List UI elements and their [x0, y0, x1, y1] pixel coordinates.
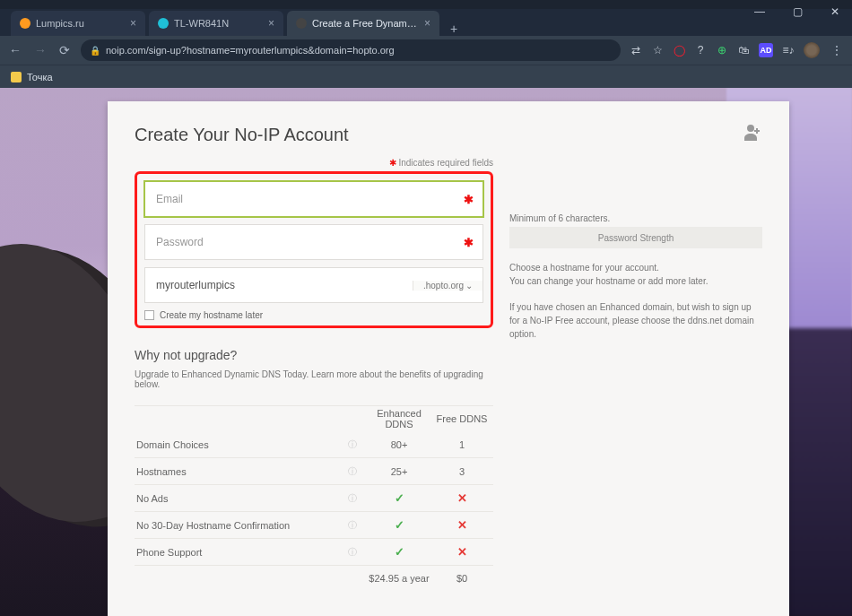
translate-icon[interactable]: ⇄	[630, 44, 642, 56]
table-row: Domain Choicesⓘ80+1	[135, 431, 493, 458]
help-ext-icon[interactable]: ?	[694, 44, 707, 56]
domain-selected: .hopto.org	[423, 281, 464, 291]
page-title: Create Your No-IP Account	[135, 125, 349, 145]
cell-enhanced: ✓	[368, 518, 430, 532]
tab-title: Lumpics.ru	[36, 18, 125, 29]
window-controls: — ▢ ✕	[748, 5, 847, 18]
url-text: noip.com/sign-up?hostname=myrouterlumpic…	[106, 45, 395, 56]
cell-enhanced: 25+	[368, 466, 430, 477]
upgrade-heading: Why not upgrade?	[135, 348, 493, 362]
hostname-hint-2: You can change your hostname or add more…	[509, 274, 762, 288]
row-label: Domain Choices	[135, 439, 348, 450]
cell-enhanced: ✓	[368, 491, 430, 505]
menu-button[interactable]: ⋮	[829, 43, 845, 57]
star-icon[interactable]: ☆	[651, 44, 664, 56]
tab-favicon	[158, 18, 169, 29]
new-tab-button[interactable]: +	[443, 22, 465, 36]
tab-favicon	[296, 18, 307, 29]
add-user-icon	[744, 125, 762, 145]
enhanced-domain-hint: If you have chosen an Enhanced domain, b…	[509, 300, 762, 341]
table-row: No 30-Day Hostname Confirmationⓘ✓✕	[135, 512, 493, 539]
info-icon[interactable]: ⓘ	[348, 492, 368, 505]
info-icon[interactable]: ⓘ	[348, 546, 368, 559]
profile-avatar[interactable]	[804, 42, 820, 58]
opera-ext-icon[interactable]: ◯	[673, 44, 685, 56]
browser-tab[interactable]: TL-WR841N ×	[149, 11, 283, 36]
cell-free: 1	[430, 439, 493, 450]
lock-icon: 🔒	[90, 46, 100, 56]
info-icon[interactable]: ⓘ	[348, 519, 368, 532]
reload-button[interactable]: ⟳	[57, 43, 72, 57]
domain-select[interactable]: .hopto.org ⌄	[413, 281, 483, 291]
row-label: Hostnames	[135, 466, 348, 477]
shield-ext-icon[interactable]: ⊕	[716, 44, 728, 56]
col-header-enhanced: Enhanced DDNS	[368, 408, 430, 429]
tab-strip: Lumpics.ru × TL-WR841N × Create a Free D…	[0, 9, 852, 36]
row-label: No Ads	[135, 493, 348, 504]
browser-tab[interactable]: Lumpics.ru ×	[11, 11, 145, 36]
email-field[interactable]: ✱	[144, 181, 483, 217]
col-header-free: Free DDNS	[430, 413, 493, 424]
minimize-button[interactable]: —	[748, 5, 771, 18]
cell-free: ✕	[430, 518, 493, 532]
info-icon[interactable]: ⓘ	[348, 438, 368, 451]
cell-enhanced: 80+	[368, 439, 430, 450]
required-asterisk: ✱	[464, 193, 474, 206]
required-asterisk: ✱	[464, 236, 474, 249]
list-ext-icon[interactable]: ≡♪	[782, 44, 795, 56]
price-free: $0	[430, 573, 493, 584]
maximize-button[interactable]: ▢	[786, 5, 809, 18]
table-row: Phone Supportⓘ✓✕	[135, 539, 493, 566]
required-fields-note: ✱ Indicates required fields	[135, 158, 493, 168]
cell-free: ✕	[430, 545, 493, 559]
password-field[interactable]: ✱	[144, 224, 483, 260]
tab-close-icon[interactable]: ×	[424, 17, 430, 30]
tab-close-icon[interactable]: ×	[130, 17, 136, 30]
hostname-field[interactable]: .hopto.org ⌄	[144, 267, 483, 303]
browser-tab-active[interactable]: Create a Free Dynamic DNS No-… ×	[287, 11, 439, 36]
email-input[interactable]	[145, 182, 483, 216]
bookmarks-bar: Точка	[0, 65, 852, 88]
chevron-down-icon: ⌄	[465, 281, 473, 291]
bookmark-item[interactable]: Точка	[27, 72, 53, 82]
ad-ext-icon[interactable]: AD	[759, 43, 773, 57]
signup-form-highlight: ✱ ✱ .hopto.org ⌄	[135, 171, 493, 328]
address-bar: ← → ⟳ 🔒 noip.com/sign-up?hostname=myrout…	[0, 36, 852, 65]
bookmark-favicon	[11, 72, 22, 82]
hostname-hint-1: Choose a hostname for your account.	[509, 261, 762, 274]
password-min-hint: Minimum of 6 characters.	[509, 213, 762, 223]
row-label: No 30-Day Hostname Confirmation	[135, 520, 348, 531]
table-row: No Adsⓘ✓✕	[135, 485, 493, 512]
cell-free: ✕	[430, 491, 493, 505]
cart-ext-icon[interactable]: 🛍	[737, 44, 750, 56]
row-label: Phone Support	[135, 547, 348, 558]
forward-button[interactable]: →	[32, 43, 48, 57]
create-later-checkbox[interactable]: Create my hostname later	[144, 310, 483, 320]
price-enhanced: $24.95 a year	[368, 573, 430, 584]
hostname-input[interactable]	[145, 268, 413, 302]
upgrade-subtext: Upgrade to Enhanced Dynamic DNS Today. L…	[135, 369, 493, 389]
comparison-table: Enhanced DDNS Free DDNS Domain Choicesⓘ8…	[135, 405, 493, 591]
cell-free: 3	[430, 466, 493, 477]
url-input[interactable]: 🔒 noip.com/sign-up?hostname=myrouterlump…	[81, 39, 621, 61]
tab-favicon	[20, 18, 30, 29]
tab-title: Create a Free Dynamic DNS No-…	[312, 18, 419, 29]
password-input[interactable]	[145, 225, 483, 259]
back-button[interactable]: ←	[7, 43, 23, 57]
tab-close-icon[interactable]: ×	[268, 17, 274, 30]
password-strength-meter: Password Strength	[509, 227, 762, 248]
tab-title: TL-WR841N	[174, 18, 263, 29]
checkbox-box[interactable]	[144, 310, 154, 320]
cell-enhanced: ✓	[368, 545, 430, 559]
table-row: Hostnamesⓘ25+3	[135, 458, 493, 485]
info-icon[interactable]: ⓘ	[348, 465, 368, 478]
signup-panel: Create Your No-IP Account ✱ Indicates re…	[108, 101, 789, 616]
checkbox-label: Create my hostname later	[160, 310, 263, 320]
close-window-button[interactable]: ✕	[823, 5, 847, 18]
